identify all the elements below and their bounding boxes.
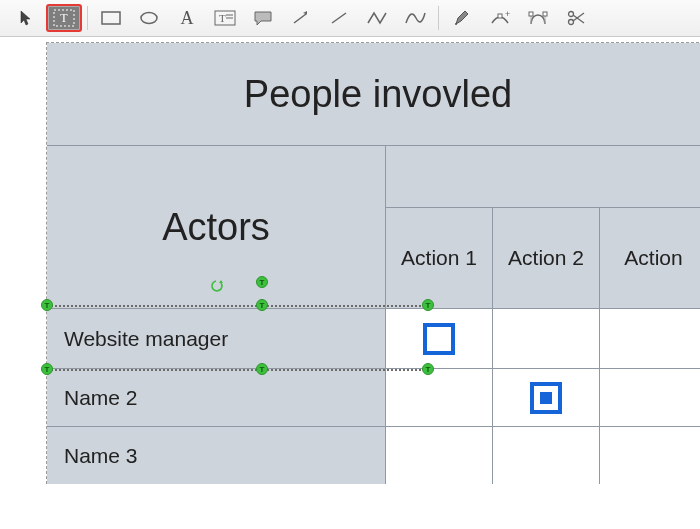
column-header[interactable]: Action 1 [386, 208, 493, 308]
row-name-cell[interactable]: Name 2 [47, 368, 386, 426]
table-cell[interactable] [386, 368, 493, 426]
curve-icon [404, 10, 426, 26]
add-node-icon: + [490, 9, 510, 27]
table-row: Website manager [47, 308, 700, 368]
scissors-tool[interactable] [558, 4, 594, 32]
actors-header[interactable]: Actors [47, 146, 386, 308]
arrow-tool[interactable] [283, 4, 319, 32]
checkbox-filled-icon[interactable] [530, 382, 562, 414]
table-row: Name 2 [47, 368, 700, 426]
table-cell[interactable] [386, 308, 493, 368]
text-icon: A [181, 9, 194, 27]
bezier-icon [528, 9, 548, 27]
toolbar-separator [438, 6, 439, 30]
pointer-icon [18, 10, 34, 26]
table-title[interactable]: People invovled [47, 43, 700, 146]
diagram-canvas[interactable]: People invovled Actors Action 1 Action 2… [46, 42, 700, 484]
svg-rect-15 [529, 12, 533, 16]
svg-rect-2 [102, 12, 120, 24]
text-block-icon: T [53, 9, 75, 27]
pen-icon [453, 9, 471, 27]
table-cell[interactable] [493, 308, 600, 368]
svg-point-17 [569, 12, 574, 17]
svg-rect-11 [498, 14, 502, 18]
text-tool[interactable]: A [169, 4, 205, 32]
comment-tool[interactable] [245, 4, 281, 32]
checkbox-empty-icon[interactable] [423, 323, 455, 355]
toolbar-separator [87, 6, 88, 30]
polyline-icon [366, 10, 388, 26]
ellipse-icon [139, 11, 159, 25]
column-header[interactable]: Action 2 [493, 208, 600, 308]
text-block-tool[interactable]: T [46, 4, 82, 32]
svg-line-8 [294, 14, 306, 23]
scissors-icon [566, 9, 586, 27]
bezier-tool[interactable] [520, 4, 556, 32]
add-node-tool[interactable]: + [482, 4, 518, 32]
pointer-tool[interactable] [8, 4, 44, 32]
rectangle-icon [101, 11, 121, 25]
actors-header-label: Actors [162, 206, 270, 249]
table-cell[interactable] [493, 368, 600, 426]
row-name-cell[interactable]: Name 3 [47, 426, 386, 484]
table-cell[interactable] [386, 426, 493, 484]
comment-icon [253, 10, 273, 26]
ellipse-tool[interactable] [131, 4, 167, 32]
svg-text:T: T [60, 11, 68, 25]
table-cell[interactable] [600, 368, 700, 426]
svg-rect-16 [543, 12, 547, 16]
svg-point-3 [141, 13, 157, 24]
svg-text:T: T [219, 12, 226, 24]
toolbar: T A T [0, 0, 700, 37]
arrow-icon [291, 10, 311, 26]
line-icon [329, 10, 349, 26]
actions-group-header[interactable] [386, 146, 700, 208]
svg-line-9 [332, 13, 346, 23]
polyline-tool[interactable] [359, 4, 395, 32]
svg-text:+: + [505, 9, 510, 19]
rectangle-tool[interactable] [93, 4, 129, 32]
line-tool[interactable] [321, 4, 357, 32]
svg-point-18 [569, 20, 574, 25]
table-cell[interactable] [493, 426, 600, 484]
column-header[interactable]: Action [600, 208, 700, 308]
row-name-cell[interactable]: Website manager [47, 308, 386, 368]
text-box-icon: T [214, 10, 236, 26]
rotate-handle-icon[interactable] [210, 259, 224, 273]
curve-tool[interactable] [397, 4, 433, 32]
svg-point-10 [455, 23, 457, 25]
text-box-tool[interactable]: T [207, 4, 243, 32]
table-cell[interactable] [600, 308, 700, 368]
table-cell[interactable] [600, 426, 700, 484]
table-row: Name 3 [47, 426, 700, 484]
pen-tool[interactable] [444, 4, 480, 32]
